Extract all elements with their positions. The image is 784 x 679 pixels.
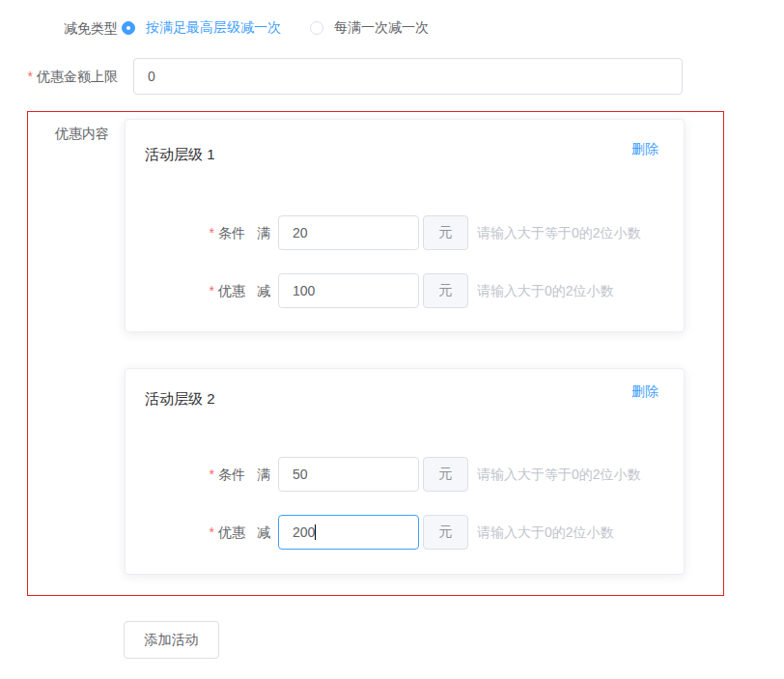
discount-cap-label-text: 优惠金额上限 <box>37 69 118 84</box>
condition-prefix: 满 <box>257 467 270 482</box>
condition-row: *条件满 元 请输入大于等于0的2位小数 <box>126 215 684 250</box>
radio-unchecked-icon[interactable] <box>310 21 323 35</box>
radio-option-every-time[interactable]: 每满一次减一次 <box>310 19 429 37</box>
input-hint: 请输入大于等于0的2位小数 <box>477 215 641 250</box>
discount-cap-input-wrap <box>133 58 683 95</box>
discount-row: *优惠减 元 请输入大于0的2位小数 <box>126 273 684 308</box>
discount-label: *优惠减 <box>126 515 270 550</box>
required-asterisk: * <box>210 524 214 540</box>
delete-tier-button[interactable]: 删除 <box>631 141 658 158</box>
condition-input-wrap <box>278 457 419 492</box>
discount-label-text: 优惠 <box>218 524 245 540</box>
condition-label: *条件满 <box>126 215 270 250</box>
condition-input[interactable] <box>278 215 419 250</box>
condition-label: *条件满 <box>126 457 270 492</box>
tier-card-2: 活动层级 2 删除 *条件满 元 请输入大于等于0的2位小数 *优惠减 元 请输… <box>125 368 685 575</box>
discount-input-wrap <box>278 273 419 308</box>
discount-prefix: 减 <box>257 524 270 540</box>
required-asterisk: * <box>210 283 214 298</box>
reduction-type-label: 减免类型 <box>0 14 118 42</box>
promotion-form-page: { "ui": { "required_mark": "*", "colors"… <box>0 0 784 679</box>
input-hint: 请输入大于等于0的2位小数 <box>477 457 641 492</box>
radio-checked-icon[interactable] <box>122 21 135 35</box>
condition-row: *条件满 元 请输入大于等于0的2位小数 <box>126 457 684 492</box>
condition-input-wrap <box>278 215 419 250</box>
unit-append: 元 <box>423 457 468 492</box>
discount-input-wrap-focused <box>278 515 419 550</box>
radio-option-label[interactable]: 按满足最高层级减一次 <box>146 19 281 37</box>
discount-content-label: 优惠内容 <box>0 119 109 148</box>
discount-prefix: 减 <box>257 283 270 298</box>
radio-option-highest-tier[interactable]: 按满足最高层级减一次 <box>122 19 281 37</box>
input-hint: 请输入大于0的2位小数 <box>477 515 614 550</box>
discount-input-focused[interactable] <box>278 515 419 550</box>
unit-append: 元 <box>423 273 468 308</box>
discount-label-text: 优惠 <box>218 283 245 298</box>
required-asterisk: * <box>210 225 214 240</box>
condition-prefix: 满 <box>257 225 270 240</box>
unit-append: 元 <box>423 215 468 250</box>
discount-cap-input[interactable] <box>133 58 683 95</box>
tier-title: 活动层级 2 <box>145 390 215 409</box>
input-hint: 请输入大于0的2位小数 <box>477 273 614 308</box>
radio-option-label[interactable]: 每满一次减一次 <box>334 19 429 37</box>
text-caret <box>315 524 316 540</box>
condition-label-text: 条件 <box>218 467 245 482</box>
discount-cap-label: *优惠金额上限 <box>0 58 118 95</box>
delete-tier-button[interactable]: 删除 <box>631 383 658 401</box>
tier-card-1: 活动层级 1 删除 *条件满 元 请输入大于等于0的2位小数 *优惠减 元 请输… <box>125 119 685 332</box>
discount-row: *优惠减 元 请输入大于0的2位小数 <box>126 515 684 550</box>
required-asterisk: * <box>28 69 33 84</box>
reduction-type-radio-group: 按满足最高层级减一次 每满一次减一次 <box>122 14 458 42</box>
discount-input[interactable] <box>278 273 419 308</box>
tier-title: 活动层级 1 <box>145 146 215 164</box>
add-activity-button[interactable]: 添加活动 <box>124 621 219 659</box>
condition-label-text: 条件 <box>218 225 245 240</box>
discount-label: *优惠减 <box>126 273 270 308</box>
unit-append: 元 <box>423 515 468 550</box>
required-asterisk: * <box>210 467 214 482</box>
condition-input[interactable] <box>278 457 419 492</box>
